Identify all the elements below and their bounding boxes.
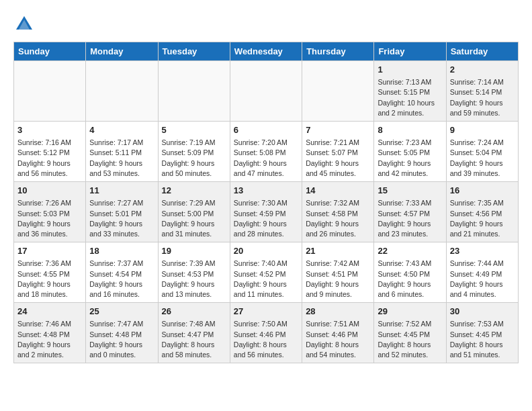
day-info: Sunrise: 7:53 AM Sunset: 4:45 PM Dayligh…: [450, 319, 515, 360]
day-info: Sunrise: 7:20 AM Sunset: 5:08 PM Dayligh…: [234, 138, 298, 179]
day-info: Sunrise: 7:47 AM Sunset: 4:48 PM Dayligh…: [89, 319, 154, 360]
day-number: 12: [162, 185, 226, 197]
calendar-cell: 29Sunrise: 7:52 AM Sunset: 4:45 PM Dayli…: [374, 303, 446, 363]
calendar-cell: 17Sunrise: 7:36 AM Sunset: 4:55 PM Dayli…: [14, 242, 86, 303]
day-info: Sunrise: 7:19 AM Sunset: 5:09 PM Dayligh…: [162, 138, 226, 179]
day-number: 25: [89, 306, 154, 318]
week-row-5: 24Sunrise: 7:46 AM Sunset: 4:48 PM Dayli…: [14, 303, 519, 363]
day-number: 17: [17, 245, 82, 257]
calendar-cell: 25Sunrise: 7:47 AM Sunset: 4:48 PM Dayli…: [86, 303, 158, 363]
calendar-cell: [230, 61, 302, 122]
logo: [13, 13, 38, 35]
day-info: Sunrise: 7:30 AM Sunset: 4:59 PM Dayligh…: [234, 198, 298, 239]
calendar-cell: 18Sunrise: 7:37 AM Sunset: 4:54 PM Dayli…: [86, 242, 158, 303]
logo-icon: [13, 13, 35, 35]
day-number: 18: [89, 245, 154, 257]
calendar-cell: 22Sunrise: 7:43 AM Sunset: 4:50 PM Dayli…: [374, 242, 446, 303]
day-number: 22: [378, 245, 442, 257]
calendar-cell: [302, 61, 374, 122]
day-number: 11: [89, 185, 154, 197]
day-info: Sunrise: 7:52 AM Sunset: 4:45 PM Dayligh…: [378, 319, 442, 360]
day-header-tuesday: Tuesday: [158, 42, 230, 61]
day-number: 19: [162, 245, 226, 257]
day-number: 4: [89, 124, 154, 136]
day-number: 23: [450, 245, 515, 257]
calendar-cell: 15Sunrise: 7:33 AM Sunset: 4:57 PM Dayli…: [374, 182, 446, 242]
calendar-cell: 16Sunrise: 7:35 AM Sunset: 4:56 PM Dayli…: [446, 182, 518, 242]
calendar-cell: 6Sunrise: 7:20 AM Sunset: 5:08 PM Daylig…: [230, 122, 302, 182]
calendar-cell: 14Sunrise: 7:32 AM Sunset: 4:58 PM Dayli…: [302, 182, 374, 242]
day-info: Sunrise: 7:17 AM Sunset: 5:11 PM Dayligh…: [89, 138, 154, 179]
day-info: Sunrise: 7:13 AM Sunset: 5:15 PM Dayligh…: [378, 77, 442, 118]
day-header-wednesday: Wednesday: [230, 42, 302, 61]
calendar-cell: 2Sunrise: 7:14 AM Sunset: 5:14 PM Daylig…: [446, 61, 518, 122]
header: [13, 13, 519, 35]
calendar-cell: 12Sunrise: 7:29 AM Sunset: 5:00 PM Dayli…: [158, 182, 230, 242]
page: SundayMondayTuesdayWednesdayThursdayFrid…: [0, 0, 532, 370]
calendar-cell: 20Sunrise: 7:40 AM Sunset: 4:52 PM Dayli…: [230, 242, 302, 303]
day-info: Sunrise: 7:21 AM Sunset: 5:07 PM Dayligh…: [306, 138, 370, 179]
calendar-cell: 8Sunrise: 7:23 AM Sunset: 5:05 PM Daylig…: [374, 122, 446, 182]
day-number: 9: [450, 124, 515, 136]
day-number: 27: [234, 306, 298, 318]
calendar-cell: 13Sunrise: 7:30 AM Sunset: 4:59 PM Dayli…: [230, 182, 302, 242]
calendar-cell: [86, 61, 158, 122]
calendar-cell: 23Sunrise: 7:44 AM Sunset: 4:49 PM Dayli…: [446, 242, 518, 303]
day-number: 16: [450, 185, 515, 197]
calendar-cell: 9Sunrise: 7:24 AM Sunset: 5:04 PM Daylig…: [446, 122, 518, 182]
day-info: Sunrise: 7:29 AM Sunset: 5:00 PM Dayligh…: [162, 198, 226, 239]
calendar-cell: 1Sunrise: 7:13 AM Sunset: 5:15 PM Daylig…: [374, 61, 446, 122]
day-info: Sunrise: 7:35 AM Sunset: 4:56 PM Dayligh…: [450, 198, 515, 239]
day-number: 14: [306, 185, 370, 197]
day-number: 10: [17, 185, 82, 197]
week-row-3: 10Sunrise: 7:26 AM Sunset: 5:03 PM Dayli…: [14, 182, 519, 242]
week-row-4: 17Sunrise: 7:36 AM Sunset: 4:55 PM Dayli…: [14, 242, 519, 303]
day-info: Sunrise: 7:33 AM Sunset: 4:57 PM Dayligh…: [378, 198, 442, 239]
calendar-cell: [158, 61, 230, 122]
calendar-cell: 10Sunrise: 7:26 AM Sunset: 5:03 PM Dayli…: [14, 182, 86, 242]
calendar-cell: 24Sunrise: 7:46 AM Sunset: 4:48 PM Dayli…: [14, 303, 86, 363]
day-info: Sunrise: 7:42 AM Sunset: 4:51 PM Dayligh…: [306, 259, 370, 300]
calendar-cell: 30Sunrise: 7:53 AM Sunset: 4:45 PM Dayli…: [446, 303, 518, 363]
day-number: 13: [234, 185, 298, 197]
day-number: 28: [306, 306, 370, 318]
day-number: 8: [378, 124, 442, 136]
calendar-cell: 5Sunrise: 7:19 AM Sunset: 5:09 PM Daylig…: [158, 122, 230, 182]
calendar-cell: 11Sunrise: 7:27 AM Sunset: 5:01 PM Dayli…: [86, 182, 158, 242]
day-header-thursday: Thursday: [302, 42, 374, 61]
calendar-cell: [14, 61, 86, 122]
day-header-friday: Friday: [374, 42, 446, 61]
day-info: Sunrise: 7:27 AM Sunset: 5:01 PM Dayligh…: [89, 198, 154, 239]
day-number: 26: [162, 306, 226, 318]
calendar-cell: 26Sunrise: 7:48 AM Sunset: 4:47 PM Dayli…: [158, 303, 230, 363]
day-info: Sunrise: 7:50 AM Sunset: 4:46 PM Dayligh…: [234, 319, 298, 360]
day-number: 3: [17, 124, 82, 136]
day-info: Sunrise: 7:37 AM Sunset: 4:54 PM Dayligh…: [89, 259, 154, 300]
day-info: Sunrise: 7:39 AM Sunset: 4:53 PM Dayligh…: [162, 259, 226, 300]
day-number: 20: [234, 245, 298, 257]
day-info: Sunrise: 7:23 AM Sunset: 5:05 PM Dayligh…: [378, 138, 442, 179]
calendar-header-row: SundayMondayTuesdayWednesdayThursdayFrid…: [14, 42, 519, 61]
day-info: Sunrise: 7:32 AM Sunset: 4:58 PM Dayligh…: [306, 198, 370, 239]
day-number: 1: [378, 64, 442, 76]
calendar-cell: 27Sunrise: 7:50 AM Sunset: 4:46 PM Dayli…: [230, 303, 302, 363]
week-row-1: 1Sunrise: 7:13 AM Sunset: 5:15 PM Daylig…: [14, 61, 519, 122]
day-number: 5: [162, 124, 226, 136]
day-info: Sunrise: 7:36 AM Sunset: 4:55 PM Dayligh…: [17, 259, 82, 300]
week-row-2: 3Sunrise: 7:16 AM Sunset: 5:12 PM Daylig…: [14, 122, 519, 182]
calendar-cell: 21Sunrise: 7:42 AM Sunset: 4:51 PM Dayli…: [302, 242, 374, 303]
calendar-cell: 7Sunrise: 7:21 AM Sunset: 5:07 PM Daylig…: [302, 122, 374, 182]
day-header-sunday: Sunday: [14, 42, 86, 61]
calendar-cell: 3Sunrise: 7:16 AM Sunset: 5:12 PM Daylig…: [14, 122, 86, 182]
day-number: 24: [17, 306, 82, 318]
day-number: 15: [378, 185, 442, 197]
day-number: 21: [306, 245, 370, 257]
day-header-saturday: Saturday: [446, 42, 518, 61]
day-info: Sunrise: 7:43 AM Sunset: 4:50 PM Dayligh…: [378, 259, 442, 300]
day-info: Sunrise: 7:16 AM Sunset: 5:12 PM Dayligh…: [17, 138, 82, 179]
day-info: Sunrise: 7:44 AM Sunset: 4:49 PM Dayligh…: [450, 259, 515, 300]
day-info: Sunrise: 7:51 AM Sunset: 4:46 PM Dayligh…: [306, 319, 370, 360]
day-info: Sunrise: 7:14 AM Sunset: 5:14 PM Dayligh…: [450, 77, 515, 118]
day-info: Sunrise: 7:26 AM Sunset: 5:03 PM Dayligh…: [17, 198, 82, 239]
day-number: 30: [450, 306, 515, 318]
